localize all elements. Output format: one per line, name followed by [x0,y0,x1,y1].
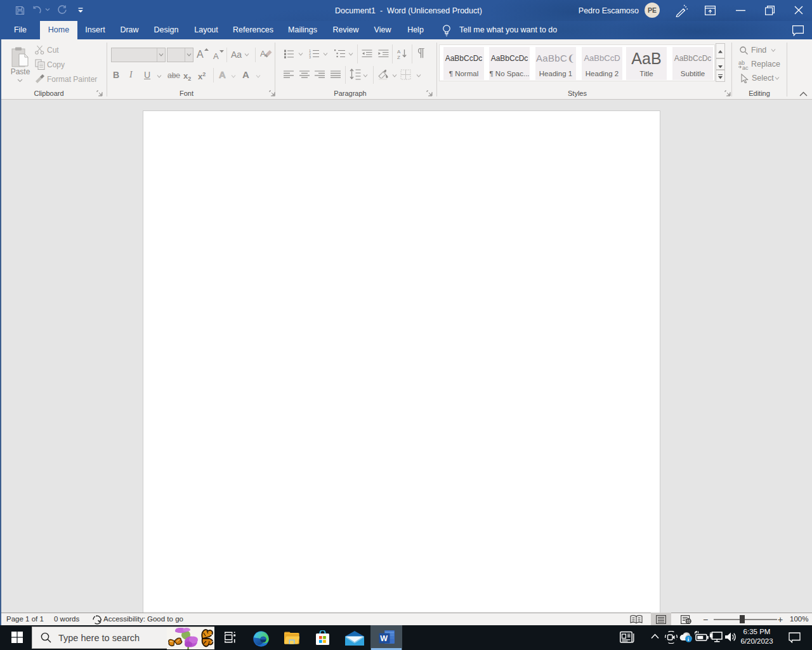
svg-text:3: 3 [309,55,311,58]
svg-text:W: W [380,634,388,643]
svg-text:A: A [397,49,401,55]
svg-text:ac: ac [742,65,749,70]
svg-text:Z: Z [397,55,400,59]
svg-text:A: A [260,49,266,58]
